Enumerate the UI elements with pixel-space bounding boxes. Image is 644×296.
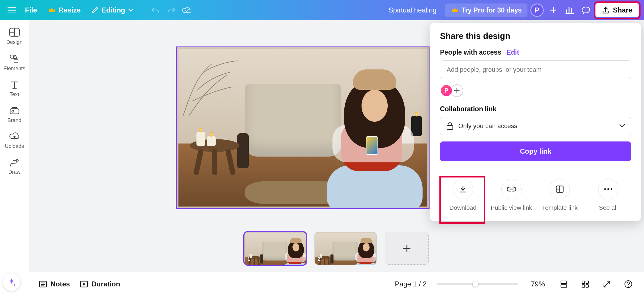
plus-icon (403, 244, 411, 252)
resize-button[interactable]: Resize (44, 4, 85, 17)
cloud-sync-button[interactable] (180, 4, 193, 17)
edit-access-link[interactable]: Edit (507, 49, 519, 56)
page-canvas[interactable] (176, 46, 430, 209)
menu-button[interactable] (5, 4, 18, 17)
sidebar-item-draw[interactable]: Draw (3, 158, 26, 175)
magic-button[interactable] (3, 273, 20, 291)
text-icon (10, 80, 19, 89)
collab-link-label: Collaboration link (440, 105, 631, 113)
svg-rect-17 (586, 285, 588, 287)
comments-button[interactable] (579, 3, 593, 17)
brand-icon (9, 106, 20, 115)
try-pro-label: Try Pro for 30 days (461, 6, 522, 14)
file-menu[interactable]: File (21, 4, 41, 17)
people-label: People with access (440, 49, 501, 56)
sparkle-icon (7, 277, 16, 287)
add-page-button[interactable] (385, 232, 429, 265)
scroll-view-button[interactable] (558, 278, 570, 290)
share-button[interactable]: Share (595, 3, 639, 17)
access-value: Only you can access (458, 122, 517, 130)
sidebar-item-label: Brand (7, 117, 21, 123)
thumbnail-number: 1 (247, 256, 250, 262)
share-actions-row: Download Public view link Template link … (440, 179, 631, 211)
grid-view-button[interactable] (579, 278, 591, 290)
see-all-action[interactable]: See all (586, 179, 630, 211)
add-member-button[interactable] (547, 3, 560, 17)
elements-icon (9, 54, 20, 63)
sidebar-item-brand[interactable]: Brand (3, 106, 26, 123)
fullscreen-button[interactable] (601, 278, 613, 290)
public-view-label: Public view link (491, 204, 532, 211)
notes-label: Notes (51, 280, 70, 288)
more-icon (604, 188, 613, 191)
bar-chart-icon (566, 6, 574, 14)
bottom-bar: Notes Duration Page 1 / 2 79% (29, 272, 644, 296)
redo-icon (167, 7, 176, 14)
see-all-label: See all (599, 204, 618, 211)
chevron-down-icon (128, 8, 133, 12)
template-icon (555, 185, 564, 193)
undo-button[interactable] (149, 4, 162, 17)
draw-icon (10, 158, 19, 167)
svg-rect-12 (561, 281, 567, 284)
expand-icon (603, 280, 611, 288)
add-people-input[interactable] (440, 60, 631, 79)
editing-label: Editing (101, 6, 125, 14)
svg-rect-2 (14, 59, 18, 63)
sidebar-item-design[interactable]: Design (3, 28, 26, 45)
pages-vertical-icon (560, 280, 568, 288)
play-box-icon (80, 281, 88, 288)
zoom-thumb[interactable] (472, 281, 479, 287)
sidebar-item-uploads[interactable]: Uploads (3, 132, 26, 149)
download-action[interactable]: Download (441, 179, 485, 211)
public-view-action[interactable]: Public view link (490, 179, 533, 211)
design-icon (9, 28, 20, 37)
crown-icon (48, 6, 56, 14)
svg-rect-5 (447, 125, 453, 130)
redo-button[interactable] (165, 4, 178, 17)
link-access-dropdown[interactable]: Only you can access (440, 117, 631, 135)
share-label: Share (613, 6, 632, 14)
thumbnail-page-1[interactable]: 1 (244, 232, 306, 265)
divider (430, 170, 641, 170)
thumbnail-page-2[interactable]: 2 (315, 232, 376, 265)
crown-icon (451, 6, 459, 14)
topbar: File Resize Editing Spirtual healing Try… (0, 0, 644, 20)
grid-icon (582, 280, 589, 288)
document-title[interactable]: Spirtual healing (389, 6, 437, 14)
try-pro-button[interactable]: Try Pro for 30 days (445, 3, 527, 17)
insights-button[interactable] (563, 3, 576, 17)
sidebar-item-label: Draw (8, 169, 20, 175)
help-button[interactable] (622, 278, 634, 290)
notes-button[interactable]: Notes (39, 280, 70, 288)
upload-icon (602, 6, 609, 14)
zoom-slider[interactable] (437, 283, 518, 285)
user-avatar[interactable]: P (530, 3, 544, 17)
owner-avatar[interactable]: P (440, 84, 453, 97)
plus-icon (454, 88, 460, 94)
page-indicator[interactable]: Page 1 / 2 (395, 280, 427, 288)
sidebar-item-label: Uploads (5, 143, 24, 149)
chevron-down-icon (619, 124, 625, 128)
editing-dropdown[interactable]: Editing (87, 4, 137, 17)
template-link-label: Template link (542, 204, 578, 211)
sidebar-item-label: Text (10, 92, 19, 98)
template-link-action[interactable]: Template link (538, 179, 582, 211)
copy-link-button[interactable]: Copy link (440, 141, 631, 161)
people-with-access-row: People with access Edit (440, 49, 631, 56)
sidebar-item-elements[interactable]: Elements (3, 54, 26, 72)
svg-point-4 (12, 110, 14, 112)
sidebar-item-text[interactable]: Text (3, 80, 26, 98)
share-panel: Share this design People with access Edi… (430, 23, 641, 221)
zoom-percent[interactable]: 79% (528, 280, 548, 288)
svg-point-8 (607, 188, 609, 190)
chat-icon (582, 6, 590, 14)
resize-label: Resize (58, 6, 80, 14)
avatar-letter: P (535, 6, 539, 14)
canvas-image (178, 49, 427, 207)
duration-label: Duration (92, 280, 120, 288)
duration-button[interactable]: Duration (80, 280, 120, 288)
svg-rect-13 (561, 285, 567, 287)
download-icon (459, 185, 467, 193)
sidebar-item-label: Elements (3, 66, 25, 72)
